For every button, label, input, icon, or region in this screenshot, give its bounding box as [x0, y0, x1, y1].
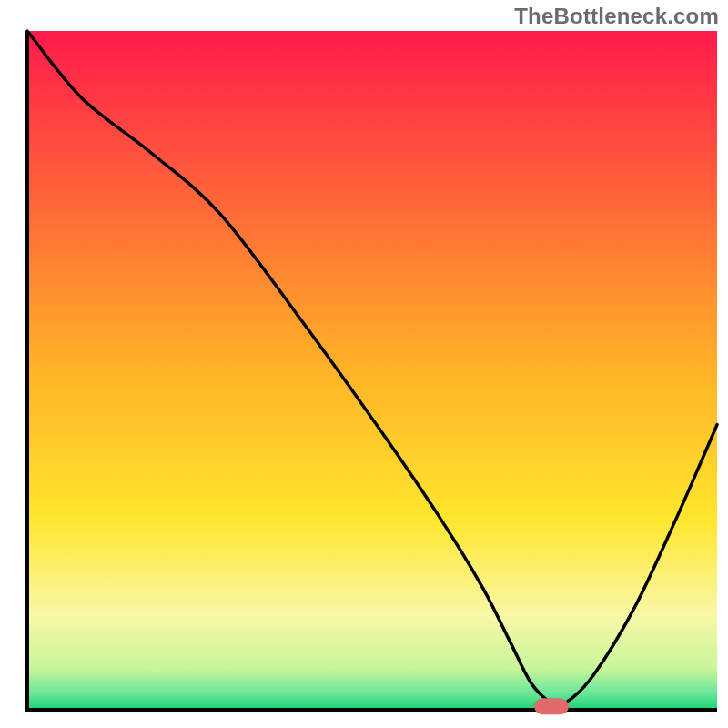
- chart-canvas: [0, 0, 728, 728]
- selected-point-marker: [534, 698, 569, 714]
- bottleneck-chart: TheBottleneck.com: [0, 0, 728, 728]
- plot-background: [27, 31, 717, 710]
- watermark-label: TheBottleneck.com: [514, 4, 719, 29]
